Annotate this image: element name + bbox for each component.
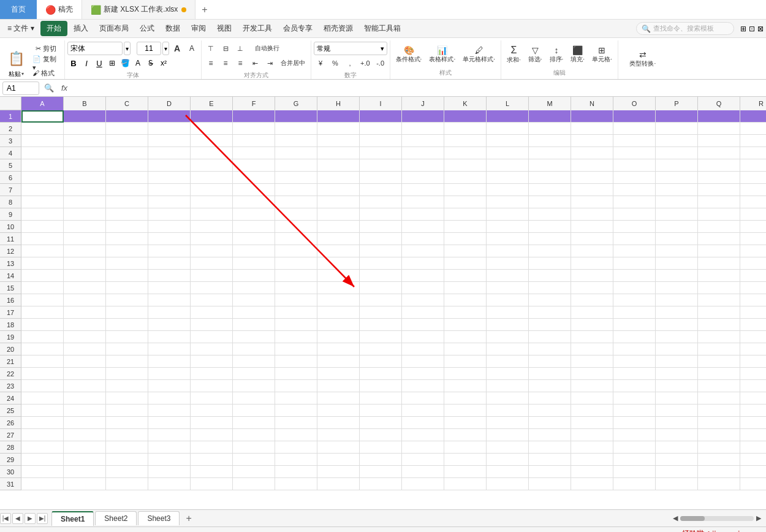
cell-F8[interactable] [233, 196, 275, 208]
cell-Q18[interactable] [698, 319, 740, 331]
cell-H26[interactable] [317, 417, 360, 429]
cell-H28[interactable] [317, 441, 360, 454]
cell-B30[interactable] [64, 466, 106, 478]
currency-button[interactable]: ¥ [314, 56, 327, 70]
scroll-left-btn[interactable]: ◀ [673, 514, 678, 522]
indent-decrease-button[interactable]: ⇤ [248, 56, 262, 70]
cell-D18[interactable] [148, 319, 191, 331]
cell-J30[interactable] [402, 466, 444, 478]
cell-P18[interactable] [656, 319, 698, 331]
cell-J5[interactable] [402, 159, 444, 172]
cell-A3[interactable] [21, 135, 64, 147]
cell-C27[interactable] [106, 429, 148, 441]
row-header-30[interactable]: 30 [0, 466, 21, 478]
cell-O28[interactable] [613, 441, 656, 454]
cell-C7[interactable] [106, 184, 148, 196]
row-header-21[interactable]: 21 [0, 355, 21, 368]
cell-D29[interactable] [148, 454, 191, 466]
cell-O27[interactable] [613, 429, 656, 441]
cell-D6[interactable] [148, 172, 191, 184]
row-header-10[interactable]: 10 [0, 221, 21, 233]
cell-H4[interactable] [317, 147, 360, 159]
cell-B18[interactable] [64, 319, 106, 331]
cell-L14[interactable] [487, 270, 529, 282]
cell-B10[interactable] [64, 221, 106, 233]
cell-D23[interactable] [148, 380, 191, 392]
bold-button[interactable]: B [67, 57, 80, 69]
cell-K9[interactable] [444, 208, 487, 221]
cell-R3[interactable] [740, 135, 766, 147]
cell-H14[interactable] [317, 270, 360, 282]
cell-E10[interactable] [191, 221, 233, 233]
cell-E26[interactable] [191, 417, 233, 429]
cell-F3[interactable] [233, 135, 275, 147]
cell-N11[interactable] [571, 233, 613, 245]
row-header-2[interactable]: 2 [0, 123, 21, 135]
cell-H6[interactable] [317, 172, 360, 184]
border-button[interactable]: ⊞ [106, 57, 118, 69]
cell-N9[interactable] [571, 208, 613, 221]
cell-I31[interactable] [360, 478, 402, 490]
cell-O6[interactable] [613, 172, 656, 184]
cell-E11[interactable] [191, 233, 233, 245]
cell-P20[interactable] [656, 343, 698, 355]
cell-L9[interactable] [487, 208, 529, 221]
cell-I4[interactable] [360, 147, 402, 159]
tab-file[interactable]: 🟩 新建 XLSX 工作表.xlsx [82, 0, 195, 19]
cell-D20[interactable] [148, 343, 191, 355]
cell-C31[interactable] [106, 478, 148, 490]
cell-G9[interactable] [275, 208, 317, 221]
align-center-button[interactable]: ≡ [219, 56, 232, 70]
cell-L15[interactable] [487, 282, 529, 294]
cell-I14[interactable] [360, 270, 402, 282]
cell-H2[interactable] [317, 123, 360, 135]
sheet-next-button[interactable]: ▶ [25, 513, 36, 524]
cell-P6[interactable] [656, 172, 698, 184]
cell-H15[interactable] [317, 282, 360, 294]
cell-B23[interactable] [64, 380, 106, 392]
col-header-l[interactable]: L [487, 97, 529, 110]
superscript-button[interactable]: x² [157, 57, 170, 69]
cell-F1[interactable] [233, 110, 275, 123]
cell-B26[interactable] [64, 417, 106, 429]
cell-R13[interactable] [740, 257, 766, 270]
cell-I16[interactable] [360, 294, 402, 306]
col-header-g[interactable]: G [275, 97, 317, 110]
cell-J21[interactable] [402, 355, 444, 368]
col-header-k[interactable]: K [444, 97, 487, 110]
cell-style-button[interactable]: 🖊 单元格样式· [460, 42, 498, 67]
fill-color-button[interactable]: 🪣 [119, 57, 131, 69]
row-header-14[interactable]: 14 [0, 270, 21, 282]
cell-A5[interactable] [21, 159, 64, 172]
cell-M30[interactable] [529, 466, 571, 478]
cell-K4[interactable] [444, 147, 487, 159]
cell-F10[interactable] [233, 221, 275, 233]
cell-E18[interactable] [191, 319, 233, 331]
cell-P4[interactable] [656, 147, 698, 159]
col-header-p[interactable]: P [656, 97, 698, 110]
cell-E20[interactable] [191, 343, 233, 355]
cell-A13[interactable] [21, 257, 64, 270]
cell-K21[interactable] [444, 355, 487, 368]
cell-I6[interactable] [360, 172, 402, 184]
cell-N10[interactable] [571, 221, 613, 233]
cell-B29[interactable] [64, 454, 106, 466]
cell-B19[interactable] [64, 331, 106, 343]
cell-K22[interactable] [444, 368, 487, 380]
font-name-dropdown[interactable]: ▾ [124, 42, 131, 55]
indent-increase-button[interactable]: ⇥ [263, 56, 276, 70]
cell-G30[interactable] [275, 466, 317, 478]
row-header-1[interactable]: 1 [0, 110, 21, 123]
cell-K12[interactable] [444, 245, 487, 257]
cell-O21[interactable] [613, 355, 656, 368]
cell-R7[interactable] [740, 184, 766, 196]
cell-C18[interactable] [106, 319, 148, 331]
cell-J18[interactable] [402, 319, 444, 331]
cell-H23[interactable] [317, 380, 360, 392]
cell-Q3[interactable] [698, 135, 740, 147]
cell-P2[interactable] [656, 123, 698, 135]
cell-K31[interactable] [444, 478, 487, 490]
row-header-6[interactable]: 6 [0, 172, 21, 184]
cell-B25[interactable] [64, 405, 106, 417]
menu-data[interactable]: 数据 [161, 21, 185, 36]
